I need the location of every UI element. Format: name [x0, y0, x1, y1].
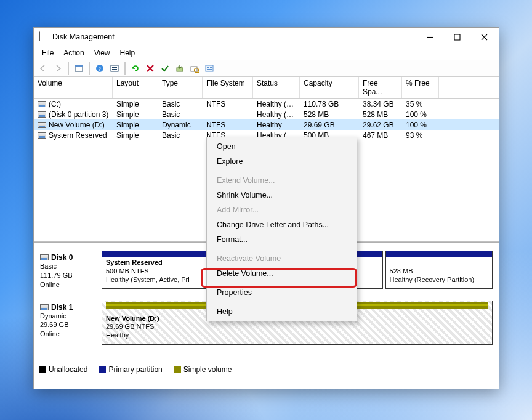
- col-capacity[interactable]: Capacity: [300, 77, 359, 98]
- cell: 100 %: [402, 110, 439, 119]
- col-layout[interactable]: Layout: [113, 77, 158, 98]
- col-type[interactable]: Type: [158, 77, 203, 98]
- ctx-reactivate-volume: Reactivate Volume: [208, 251, 355, 266]
- cell: Basic: [158, 131, 203, 140]
- ctx-explore[interactable]: Explore: [208, 154, 355, 169]
- svg-rect-2: [75, 65, 83, 67]
- cell: Simple: [113, 131, 158, 140]
- drive-icon: [38, 101, 46, 107]
- ctx-separator: [212, 171, 352, 171]
- cell: 93 %: [402, 131, 439, 140]
- refresh-button[interactable]: [129, 62, 142, 75]
- col-free[interactable]: Free Spa...: [359, 77, 402, 98]
- svg-rect-0: [454, 34, 460, 40]
- volume-row[interactable]: New Volume (D:)SimpleDynamicNTFSHealthy2…: [34, 119, 499, 130]
- volume-row[interactable]: (C:)SimpleBasicNTFSHealthy (B...110.78 G…: [34, 99, 499, 109]
- col-filesystem[interactable]: File System: [203, 77, 253, 98]
- cell: 110.78 GB: [300, 100, 359, 108]
- col-volume[interactable]: Volume: [34, 77, 113, 98]
- cell: Basic: [158, 100, 203, 108]
- menubar: File Action View Help: [34, 46, 499, 60]
- drive-icon: [38, 122, 46, 128]
- disk-label[interactable]: Disk 1 Dynamic29.69 GBOnline: [40, 301, 98, 345]
- menu-view[interactable]: View: [90, 47, 115, 59]
- menu-file[interactable]: File: [38, 47, 58, 59]
- svg-text:?: ?: [99, 66, 101, 72]
- menu-help[interactable]: Help: [116, 47, 140, 59]
- cell: Simple: [113, 110, 158, 119]
- volume-row[interactable]: (Disk 0 partition 3)SimpleBasicHealthy (…: [34, 109, 499, 119]
- disk-icon: [40, 254, 49, 260]
- svg-rect-5: [111, 65, 118, 71]
- close-button[interactable]: [470, 28, 498, 46]
- toolbar: ?: [34, 60, 499, 77]
- ctx-separator: [212, 249, 352, 249]
- forward-button[interactable]: [51, 62, 65, 75]
- svg-rect-14: [207, 69, 212, 70]
- delete-icon[interactable]: [143, 62, 157, 75]
- toolbar-separator: [124, 62, 126, 75]
- ctx-extend-volume: Extend Volume...: [208, 173, 355, 188]
- cell: Dynamic: [158, 121, 203, 129]
- show-hide-console-button[interactable]: [72, 62, 86, 75]
- svg-rect-6: [112, 67, 117, 68]
- ctx-properties[interactable]: Properties: [208, 285, 355, 300]
- titlebar[interactable]: Disk Management: [34, 28, 499, 46]
- cell: 100 %: [402, 121, 439, 129]
- cell: (Disk 0 partition 3): [34, 110, 113, 119]
- volume-stripe: [386, 251, 492, 257]
- legend: Unallocated Primary partition Simple vol…: [34, 361, 499, 377]
- disk-label[interactable]: Disk 0 Basic111.79 GBOnline: [40, 251, 98, 292]
- help-button[interactable]: ?: [93, 62, 107, 75]
- legend-primary: Primary partition: [99, 365, 162, 374]
- col-pfree[interactable]: % Free: [402, 77, 439, 98]
- properties-button[interactable]: [108, 62, 121, 75]
- cell: 38.34 GB: [359, 100, 402, 108]
- cell: 29.62 GB: [359, 121, 402, 129]
- mount-icon[interactable]: [173, 62, 187, 75]
- cell: System Reserved: [34, 131, 113, 140]
- toolbar-separator: [68, 62, 69, 75]
- cell: 528 MB: [300, 110, 359, 119]
- svg-rect-7: [112, 69, 117, 70]
- col-status[interactable]: Status: [253, 77, 300, 98]
- drive-icon: [38, 132, 46, 139]
- cell: Simple: [113, 121, 158, 129]
- rescan-icon[interactable]: [188, 62, 201, 75]
- app-icon: [39, 32, 49, 42]
- minimize-button[interactable]: [416, 28, 443, 46]
- volume-context-menu: Open Explore Extend Volume... Shrink Vol…: [206, 137, 357, 321]
- disk-icon: [40, 304, 49, 310]
- cell: 29.69 GB: [300, 121, 359, 129]
- ctx-format[interactable]: Format...: [208, 232, 355, 247]
- svg-rect-12: [207, 67, 209, 68]
- ctx-separator: [212, 302, 352, 302]
- volume-list-header[interactable]: Volume Layout Type File System Status Ca…: [34, 77, 499, 99]
- volume-block[interactable]: 528 MBHealthy (Recovery Partition): [385, 251, 493, 289]
- drive-icon: [38, 111, 46, 118]
- legend-simple: Simple volume: [174, 365, 232, 374]
- ctx-shrink-volume[interactable]: Shrink Volume...: [208, 188, 355, 203]
- settings-icon[interactable]: [203, 62, 216, 75]
- back-button[interactable]: [36, 62, 50, 75]
- cell: Basic: [158, 110, 203, 119]
- ctx-change-drive-letter[interactable]: Change Drive Letter and Paths...: [208, 217, 355, 232]
- cell: NTFS: [203, 100, 253, 108]
- cell: Healthy (B...: [253, 100, 300, 108]
- menu-action[interactable]: Action: [59, 47, 88, 59]
- ctx-help[interactable]: Help: [208, 304, 355, 319]
- svg-rect-13: [210, 67, 212, 68]
- window-title: Disk Management: [52, 33, 416, 41]
- cell: New Volume (D:): [34, 121, 113, 129]
- cell: NTFS: [203, 121, 253, 129]
- maximize-button[interactable]: [443, 28, 470, 46]
- toolbar-separator: [89, 62, 90, 75]
- commit-icon[interactable]: [158, 62, 172, 75]
- ctx-add-mirror: Add Mirror...: [208, 203, 355, 217]
- ctx-delete-volume[interactable]: Delete Volume...: [208, 266, 355, 281]
- svg-rect-11: [206, 65, 213, 71]
- cell: (C:): [34, 100, 113, 108]
- legend-unallocated: Unallocated: [39, 365, 87, 374]
- cell: Healthy: [253, 121, 300, 129]
- ctx-open[interactable]: Open: [208, 139, 355, 154]
